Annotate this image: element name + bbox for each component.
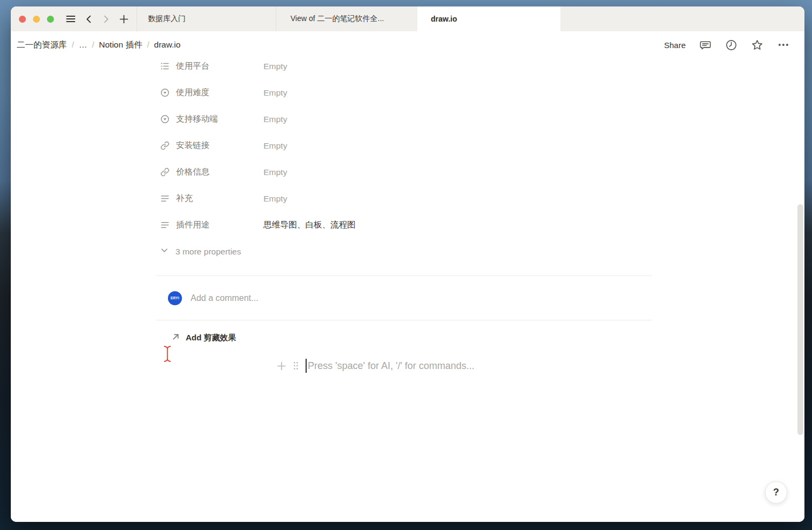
breadcrumb-separator: /: [72, 41, 74, 49]
link-icon: [160, 167, 176, 177]
page-header: 二一的资源库 / … / Notion 插件 / draw.io Share: [11, 31, 804, 58]
arrow-up-right-icon: [172, 333, 180, 343]
breadcrumb: 二一的资源库 / … / Notion 插件 / draw.io: [17, 39, 180, 51]
desktop-wallpaper: 数据库入门 View of 二一的笔记软件全... draw.io 二一的资源库…: [0, 0, 812, 530]
add-comment-row[interactable]: ERYI Add a comment...: [160, 276, 662, 320]
tab-view-of-note-software[interactable]: View of 二一的笔记软件全...: [276, 6, 417, 31]
property-row[interactable]: 支持移动端 Empty: [160, 106, 662, 132]
header-actions: Share: [664, 38, 790, 51]
property-row[interactable]: 安装链接 Empty: [160, 132, 662, 159]
property-value[interactable]: Empty: [263, 167, 287, 177]
forward-icon[interactable]: [102, 15, 111, 24]
breadcrumb-item-notion-plugins[interactable]: Notion 插件: [99, 39, 142, 51]
property-value[interactable]: 思维导图、白板、流程图: [263, 219, 356, 231]
tab-bar: 数据库入门 View of 二一的笔记软件全... draw.io: [11, 6, 804, 31]
property-label: 安装链接: [176, 140, 263, 151]
back-icon[interactable]: [84, 15, 93, 24]
share-button[interactable]: Share: [664, 41, 686, 50]
favorite-star-icon[interactable]: [751, 39, 763, 51]
text-icon: [160, 194, 176, 203]
text-caret: [306, 359, 307, 373]
help-button[interactable]: ?: [765, 481, 787, 504]
minimize-window-button[interactable]: [33, 16, 40, 23]
mouse-ibeam-cursor: [163, 345, 172, 365]
link-icon: [160, 141, 176, 150]
tab-database-intro[interactable]: 数据库入门: [137, 6, 276, 31]
window-controls: [19, 6, 54, 31]
notion-window: 数据库入门 View of 二一的笔记软件全... draw.io 二一的资源库…: [11, 6, 804, 522]
property-row[interactable]: 补充 Empty: [160, 185, 662, 212]
property-row[interactable]: 使用平台 Empty: [160, 58, 662, 79]
section-divider: [157, 320, 652, 320]
property-value[interactable]: Empty: [263, 88, 287, 98]
more-options-icon[interactable]: [777, 38, 790, 51]
tab-label: 数据库入门: [148, 14, 186, 24]
add-clip-effect-button[interactable]: Add 剪藏效果: [160, 327, 662, 348]
clip-effect-label: Add 剪藏效果: [186, 333, 236, 343]
property-value[interactable]: Empty: [263, 115, 287, 124]
tab-label: draw.io: [431, 15, 457, 23]
page-body: 使用平台 Empty 使用难度 Empty 支持移动端 Empty 安装链接 E…: [11, 58, 804, 522]
properties-list: 使用平台 Empty 使用难度 Empty 支持移动端 Empty 安装链接 E…: [160, 58, 662, 238]
multi-select-icon: [160, 62, 176, 71]
tab-drawio-active[interactable]: draw.io: [417, 6, 560, 31]
new-tab-icon[interactable]: [119, 14, 129, 24]
sidebar-toggle-icon[interactable]: [65, 14, 76, 24]
drag-handle-icon[interactable]: [293, 361, 299, 371]
breadcrumb-item-ellipsis[interactable]: …: [79, 40, 87, 50]
editor-empty-block[interactable]: Press 'space' for AI, '/' for commands..…: [276, 355, 662, 377]
property-value[interactable]: Empty: [263, 141, 287, 151]
property-label: 使用难度: [176, 87, 263, 98]
more-properties-label: 3 more properties: [175, 247, 241, 257]
zoom-window-button[interactable]: [47, 16, 54, 23]
history-icon[interactable]: [725, 39, 737, 51]
property-value[interactable]: Empty: [263, 62, 287, 71]
more-properties-button[interactable]: 3 more properties: [160, 238, 662, 265]
select-icon: [160, 88, 176, 97]
properties-panel: 使用平台 Empty 使用难度 Empty 支持移动端 Empty 安装链接 E…: [160, 58, 662, 377]
chevron-down-icon: [160, 246, 168, 257]
editor-placeholder[interactable]: Press 'space' for AI, '/' for commands..…: [308, 360, 475, 372]
nav-controls: [65, 6, 129, 31]
avatar: ERYI: [168, 291, 182, 305]
add-block-icon[interactable]: [276, 361, 287, 371]
breadcrumb-item-current-page[interactable]: draw.io: [154, 40, 180, 50]
property-label: 插件用途: [176, 219, 263, 231]
property-label: 补充: [176, 193, 263, 204]
comment-input[interactable]: Add a comment...: [191, 293, 258, 303]
property-row[interactable]: 价格信息 Empty: [160, 159, 662, 185]
tab-label: View of 二一的笔记软件全...: [290, 14, 384, 24]
close-window-button[interactable]: [19, 16, 26, 23]
select-icon: [160, 115, 176, 124]
property-value[interactable]: Empty: [263, 194, 287, 204]
property-label: 支持移动端: [176, 113, 263, 125]
scrollbar-thumb[interactable]: [797, 204, 803, 435]
property-label: 使用平台: [176, 61, 263, 72]
property-label: 价格信息: [176, 166, 263, 178]
breadcrumb-separator: /: [92, 41, 94, 49]
breadcrumb-item-root[interactable]: 二一的资源库: [17, 39, 67, 51]
property-row[interactable]: 插件用途 思维导图、白板、流程图: [160, 212, 662, 238]
comments-icon[interactable]: [699, 39, 712, 51]
text-icon: [160, 220, 176, 230]
property-row[interactable]: 使用难度 Empty: [160, 79, 662, 106]
breadcrumb-separator: /: [147, 41, 149, 49]
